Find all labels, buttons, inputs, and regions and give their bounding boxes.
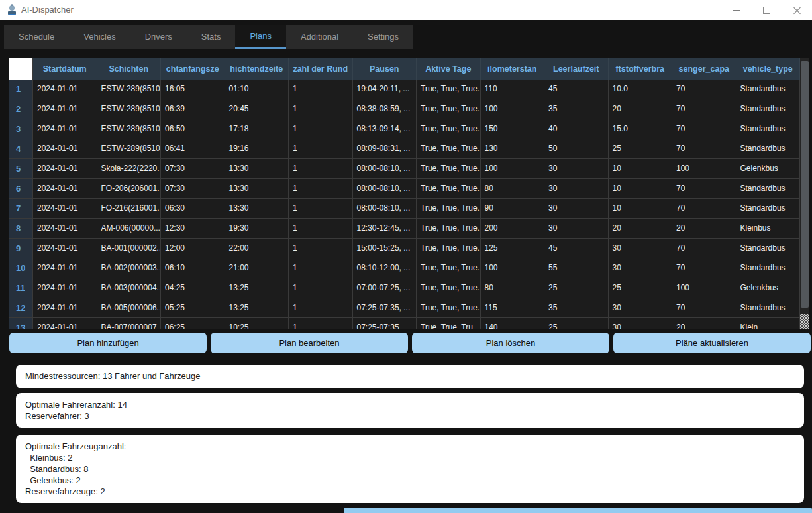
table-cell[interactable]: AM-006(00000... — [97, 219, 162, 238]
table-cell[interactable]: 06:10 — [161, 258, 225, 278]
table-cell[interactable]: 13:30 — [225, 159, 289, 178]
row-number[interactable]: 1 — [9, 80, 33, 99]
plan-bearbeiten-button[interactable]: Plan bearbeiten — [211, 333, 408, 353]
table-cell[interactable]: True, True, True... — [417, 278, 481, 298]
table-cell[interactable]: ESTW-289(8510... — [97, 80, 162, 99]
table-row[interactable]: 132024-01-01BA-007(000007...06:2510:2510… — [9, 318, 800, 329]
table-cell[interactable]: Standardbus — [736, 119, 801, 139]
pl-ne-aktualisieren-button[interactable]: Pläne aktualisieren — [613, 333, 811, 353]
table-cell[interactable]: 10 — [609, 159, 673, 178]
tab-vehicles[interactable]: Vehicles — [69, 25, 130, 49]
table-cell[interactable]: 55 — [544, 258, 609, 278]
table-cell[interactable]: 115 — [481, 298, 545, 317]
column-header[interactable]: ftstoffverbra — [609, 58, 673, 80]
table-cell[interactable]: 21:00 — [225, 258, 289, 278]
table-cell[interactable]: 1 — [289, 318, 353, 329]
table-cell[interactable]: 70 — [672, 199, 736, 218]
table-cell[interactable]: 30 — [609, 298, 673, 317]
table-cell[interactable]: 06:41 — [161, 139, 225, 158]
table-cell[interactable]: 100 — [481, 99, 545, 119]
row-number[interactable]: 13 — [9, 318, 33, 329]
table-row[interactable]: 92024-01-01BA-001(000002...12:0022:00115… — [9, 239, 800, 258]
table-cell[interactable]: 20 — [672, 219, 736, 238]
tab-schedule[interactable]: Schedule — [4, 25, 69, 49]
table-cell[interactable]: 1 — [289, 179, 353, 198]
table-row[interactable]: 102024-01-01BA-002(000003...06:1021:0010… — [9, 258, 800, 278]
vertical-scrollbar[interactable] — [800, 58, 809, 329]
table-cell[interactable]: 10.0 — [609, 80, 673, 99]
column-header[interactable]: Aktive Tage — [417, 58, 481, 80]
row-number[interactable]: 4 — [9, 139, 33, 158]
table-cell[interactable]: ESTW-289(8510... — [97, 119, 162, 139]
table-cell[interactable]: 100 — [481, 159, 545, 178]
plan-l-schen-button[interactable]: Plan löschen — [412, 333, 609, 353]
table-cell[interactable]: 30 — [609, 318, 673, 329]
table-row[interactable]: 62024-01-01FO-206(206001...07:3013:30108… — [9, 179, 800, 199]
table-cell[interactable]: 10 — [609, 199, 673, 218]
table-cell[interactable]: 08:38-08:59, ... — [353, 99, 417, 119]
table-cell[interactable]: 200 — [481, 219, 545, 238]
table-cell[interactable]: 2024-01-01 — [33, 119, 97, 139]
table-cell[interactable]: 07:30 — [161, 159, 225, 178]
table-row[interactable]: 72024-01-01FO-216(216001...06:3013:30108… — [9, 199, 800, 219]
table-cell[interactable]: 2024-01-01 — [33, 139, 97, 158]
table-cell[interactable]: Gelenkbus — [736, 159, 801, 178]
table-cell[interactable]: Standardbus — [736, 99, 801, 119]
tab-additional[interactable]: Additional — [286, 25, 353, 49]
table-cell[interactable]: 04:25 — [161, 278, 225, 298]
table-cell[interactable]: 30 — [544, 219, 609, 238]
table-cell[interactable]: Klein... — [736, 318, 801, 329]
table-cell[interactable]: 22:00 — [225, 239, 289, 258]
table-cell[interactable]: 70 — [672, 179, 736, 198]
table-cell[interactable]: 70 — [672, 80, 736, 99]
row-number[interactable]: 7 — [9, 199, 33, 218]
close-button[interactable] — [782, 0, 812, 20]
table-cell[interactable]: BA-007(000007... — [97, 318, 162, 329]
table-cell[interactable]: 10:25 — [225, 318, 289, 329]
table-corner-cell[interactable] — [9, 58, 33, 80]
table-cell[interactable]: 17:18 — [225, 119, 289, 139]
table-cell[interactable]: Standardbus — [736, 80, 801, 99]
column-header[interactable]: ilometerstan — [481, 58, 545, 80]
row-number[interactable]: 5 — [9, 159, 33, 178]
table-cell[interactable]: True, True, True... — [417, 298, 481, 317]
table-cell[interactable]: True, True, True... — [417, 258, 481, 278]
table-cell[interactable]: 110 — [481, 80, 545, 99]
table-cell[interactable]: True, True, True... — [417, 139, 481, 158]
row-number[interactable]: 9 — [9, 239, 33, 258]
table-cell[interactable]: 130 — [481, 139, 545, 158]
table-cell[interactable]: 25 — [609, 278, 673, 298]
row-number[interactable]: 8 — [9, 219, 33, 238]
column-header[interactable]: Schichten — [97, 58, 162, 80]
table-cell[interactable]: Standardbus — [736, 239, 801, 258]
table-cell[interactable]: Kleinbus — [736, 219, 801, 238]
table-cell[interactable]: 20 — [609, 99, 673, 119]
table-cell[interactable]: 100 — [481, 258, 545, 278]
table-row[interactable]: 22024-01-01ESTW-289(8510...06:3920:45108… — [9, 99, 800, 119]
table-cell[interactable]: True, True, True... — [417, 219, 481, 238]
table-cell[interactable]: 1 — [289, 258, 353, 278]
table-cell[interactable]: 2024-01-01 — [33, 159, 97, 178]
table-cell[interactable]: 1 — [289, 219, 353, 238]
plan-hinzuf-gen-button[interactable]: Plan hinzufügen — [9, 333, 207, 353]
table-cell[interactable]: 07:25-07:35, ... — [353, 298, 417, 317]
table-cell[interactable]: True, True, True... — [417, 199, 481, 218]
scrollbar-thumb[interactable] — [801, 61, 809, 308]
table-cell[interactable]: BA-003(000004... — [97, 278, 162, 298]
row-number[interactable]: 11 — [9, 278, 33, 298]
table-cell[interactable]: 19:16 — [225, 139, 289, 158]
table-cell[interactable]: Standardbus — [736, 298, 801, 317]
table-cell[interactable]: 30 — [544, 179, 609, 198]
tab-stats[interactable]: Stats — [187, 25, 236, 49]
table-cell[interactable]: 35 — [544, 99, 609, 119]
table-cell[interactable]: 06:30 — [161, 199, 225, 218]
table-cell[interactable]: 08:00-08:10, ... — [353, 179, 417, 198]
table-cell[interactable]: 12:30-12:45, ... — [353, 219, 417, 238]
column-header[interactable]: Leerlaufzeit — [544, 58, 609, 80]
table-cell[interactable]: 08:00-08:10, ... — [353, 199, 417, 218]
table-cell[interactable]: 08:13-09:14, ... — [353, 119, 417, 139]
table-cell[interactable]: Standardbus — [736, 199, 801, 218]
table-cell[interactable]: True, True, True... — [417, 119, 481, 139]
table-cell[interactable]: 06:25 — [161, 318, 225, 329]
table-cell[interactable]: 45 — [544, 239, 609, 258]
